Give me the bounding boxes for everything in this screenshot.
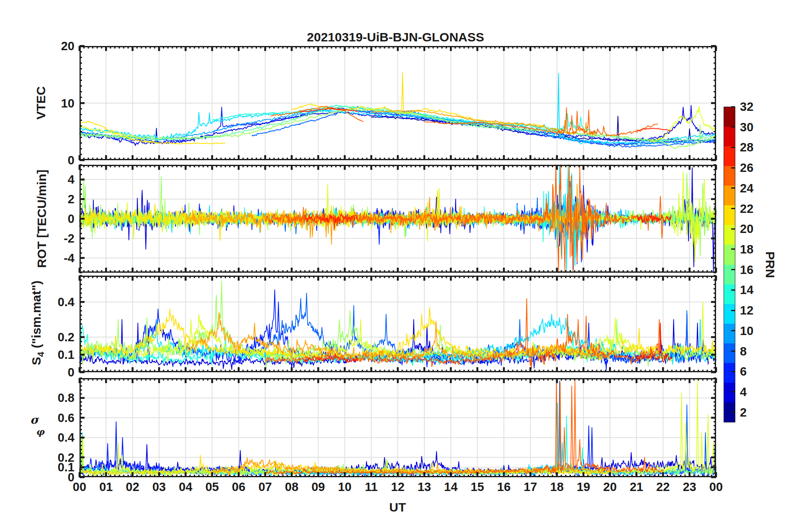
y-tick-label: 0 [45, 153, 74, 167]
x-tick-label: 05 [205, 480, 219, 494]
colorbar-tick [731, 126, 735, 128]
colorbar-tick-label: 4 [740, 385, 747, 399]
colorbar-tick [731, 228, 735, 230]
colorbar-segment [724, 265, 735, 284]
colorbar-tick [731, 330, 735, 331]
y-axis-label-sigma-phi: σ φ [30, 413, 44, 437]
colorbar-tick [731, 371, 735, 372]
y-tick-label: 20 [45, 39, 74, 53]
x-tick-label: 17 [524, 480, 537, 494]
x-tick-label: 23 [683, 480, 696, 494]
x-tick-label: 22 [656, 480, 670, 494]
colorbar-tick-label: 26 [740, 161, 753, 175]
colorbar-tick-label: 20 [740, 222, 753, 236]
colorbar-tick-label: 12 [740, 304, 753, 317]
y-tick-label: 0.2 [45, 450, 74, 464]
figure-title: 20210319-UiB-BJN-GLONASS [307, 30, 484, 44]
colorbar-tick-label: 18 [740, 242, 753, 256]
colorbar-tick [731, 106, 735, 107]
x-tick-label: 06 [232, 480, 245, 494]
figure-canvas: { "title": "20210319-UiB-BJN-GLONASS", "… [0, 0, 796, 532]
series-prn-1 [371, 116, 716, 141]
y-tick-label: 0.6 [45, 411, 74, 425]
y-tick-label: 4 [45, 173, 74, 187]
colorbar-tick [731, 350, 735, 352]
x-tick-label: 21 [630, 480, 643, 494]
colorbar-segment [724, 363, 735, 383]
x-tick-label: 00 [709, 480, 723, 494]
colorbar-tick [731, 248, 735, 250]
x-tick-label: 13 [418, 480, 431, 494]
y-tick-label: 0.4 [45, 295, 74, 309]
s4-label-subscript: 4 [36, 352, 46, 357]
colorbar-segment [724, 343, 735, 363]
x-tick-label: 20 [603, 480, 616, 494]
y-axis-label-s4: S4 ("ism.mat") [29, 281, 46, 365]
colorbar-tick [731, 208, 735, 209]
y-tick-label: 0.4 [45, 431, 74, 445]
x-tick-label: 16 [497, 480, 511, 494]
y-tick-label: 0.8 [45, 391, 74, 405]
series-prn-23 [265, 299, 663, 368]
colorbar-segment [724, 107, 735, 127]
colorbar-tick-label: 30 [740, 120, 753, 134]
y-tick-label: -2 [45, 231, 74, 245]
y-tick-label: 0 [45, 212, 74, 226]
colorbar-tick-label: 22 [740, 202, 753, 215]
colorbar-tick [731, 269, 735, 270]
x-axis-label: UT [389, 500, 406, 514]
x-tick-label: 08 [285, 480, 298, 494]
colorbar-tick-label: 2 [740, 405, 747, 419]
colorbar-segment [724, 146, 735, 166]
series-prn-23 [265, 380, 663, 475]
y-tick-label: 0.2 [45, 330, 74, 344]
colorbar-tick [731, 167, 735, 169]
colorbar-gradient [724, 107, 735, 422]
phi-subscript-glyph: φ [36, 426, 44, 437]
colorbar-tick-label: 32 [740, 100, 753, 114]
x-tick-label: 14 [444, 480, 457, 494]
colorbar-segment [724, 304, 735, 324]
colorbar-tick [731, 310, 735, 311]
colorbar-tick-label: 8 [740, 344, 747, 358]
s4-label-rest: ("ism.mat") [29, 281, 43, 352]
x-tick-label: 03 [152, 480, 166, 494]
colorbar-tick-label: 10 [740, 324, 753, 338]
colorbar-tick-label: 14 [740, 283, 753, 297]
x-tick-label: 11 [365, 480, 378, 494]
colorbar-tick-label: 24 [740, 181, 753, 195]
colorbar-segment [724, 284, 735, 304]
x-tick-label: 18 [550, 480, 564, 494]
y-tick-label: -4 [45, 251, 74, 265]
colorbar-tick [731, 289, 735, 291]
colorbar-tick [731, 147, 735, 148]
y-tick-label: 0 [45, 366, 74, 379]
x-tick-label: 15 [470, 480, 484, 494]
colorbar-segment [724, 324, 735, 343]
colorbar-label-prn: PRN [763, 251, 777, 278]
colorbar-segment [724, 245, 735, 264]
s4-label-main: S [29, 357, 43, 365]
x-tick-label: 04 [179, 480, 192, 494]
colorbar-tick [731, 391, 735, 392]
colorbar-tick-label: 6 [740, 365, 747, 379]
series-prn-25 [637, 128, 671, 131]
x-tick-label: 01 [99, 480, 113, 494]
colorbar-tick-label: 16 [740, 263, 753, 276]
x-tick-label: 09 [311, 480, 325, 494]
colorbar-segment [724, 166, 735, 186]
y-tick-label: 0.1 [45, 348, 74, 362]
x-tick-label: 00 [73, 480, 86, 494]
x-tick-label: 10 [338, 480, 352, 494]
colorbar-tick [731, 412, 735, 413]
x-tick-label: 07 [258, 480, 272, 494]
colorbar-segment [724, 127, 735, 146]
colorbar-tick [731, 187, 735, 189]
y-tick-label: 2 [45, 192, 74, 206]
y-tick-label: 10 [45, 96, 74, 110]
sigma-glyph: σ [30, 413, 39, 426]
x-tick-label: 02 [126, 480, 139, 494]
colorbar-tick-label: 28 [740, 141, 753, 154]
x-tick-label: 19 [577, 480, 590, 494]
x-tick-label: 12 [391, 480, 404, 494]
